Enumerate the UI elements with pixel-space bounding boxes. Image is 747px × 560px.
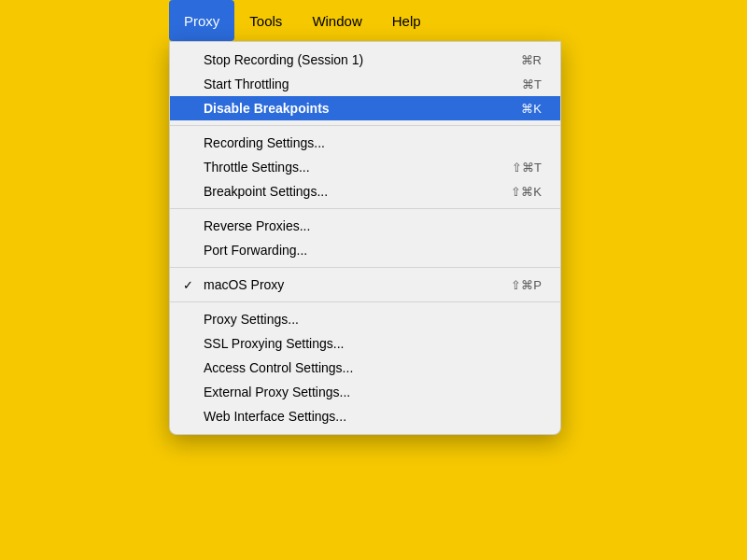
menu-item-label: Disable Breakpoints <box>204 101 330 116</box>
menu-separator-10 <box>170 267 560 268</box>
menu-item-proxy-settings-[interactable]: Proxy Settings... <box>170 307 560 331</box>
menu-item-shortcut: ⇧⌘K <box>511 185 542 199</box>
menu-separator-7 <box>170 208 560 209</box>
menu-item-shortcut: ⌘K <box>521 102 542 116</box>
menu-bar: Proxy Tools Window Help <box>0 0 747 41</box>
menu-item-breakpoint-settings-[interactable]: Breakpoint Settings...⇧⌘K <box>170 179 560 203</box>
menu-item-label: External Proxy Settings... <box>204 385 350 399</box>
menu-item-shortcut: ⇧⌘T <box>512 161 542 175</box>
menu-bar-proxy-label: Proxy <box>184 13 219 29</box>
menu-item-label: Reverse Proxies... <box>204 218 310 233</box>
menu-separator-12 <box>170 301 560 302</box>
proxy-dropdown-menu: Stop Recording (Session 1)⌘RStart Thrott… <box>169 41 561 435</box>
menu-item-reverse-proxies-[interactable]: Reverse Proxies... <box>170 214 560 238</box>
menu-item-recording-settings-[interactable]: Recording Settings... <box>170 131 560 155</box>
menu-item-shortcut: ⇧⌘P <box>511 278 542 292</box>
menu-bar-help-label: Help <box>392 13 421 29</box>
checkmark-icon: ✓ <box>183 278 193 292</box>
menu-bar-window[interactable]: Window <box>297 0 376 41</box>
menu-item-label: Breakpoint Settings... <box>204 184 328 199</box>
menu-item-disable-breakpoints[interactable]: Disable Breakpoints⌘K <box>170 96 560 120</box>
menu-item-access-control-settings-[interactable]: Access Control Settings... <box>170 356 560 380</box>
menu-bar-tools-label: Tools <box>249 13 282 29</box>
menu-bar-help[interactable]: Help <box>377 0 436 41</box>
menu-item-stop-recording-session-1-[interactable]: Stop Recording (Session 1)⌘R <box>170 48 560 72</box>
menu-item-ssl-proxying-settings-[interactable]: SSL Proxying Settings... <box>170 331 560 356</box>
menu-item-start-throttling[interactable]: Start Throttling⌘T <box>170 72 560 96</box>
menu-item-label: Proxy Settings... <box>204 312 299 327</box>
menu-item-label: Start Throttling <box>204 77 289 91</box>
menu-item-port-forwarding-[interactable]: Port Forwarding... <box>170 238 560 262</box>
menu-item-shortcut: ⌘T <box>522 77 542 91</box>
menu-separator-3 <box>170 125 560 126</box>
menu-item-throttle-settings-[interactable]: Throttle Settings...⇧⌘T <box>170 155 560 179</box>
menu-item-label: Throttle Settings... <box>204 160 310 175</box>
menu-bar-proxy[interactable]: Proxy <box>169 0 234 41</box>
menu-item-web-interface-settings-[interactable]: Web Interface Settings... <box>170 404 560 428</box>
menu-item-external-proxy-settings-[interactable]: External Proxy Settings... <box>170 380 560 404</box>
menu-item-label: SSL Proxying Settings... <box>204 336 344 351</box>
menu-item-macos-proxy[interactable]: ✓macOS Proxy⇧⌘P <box>170 273 560 297</box>
menu-item-label: Web Interface Settings... <box>204 409 346 424</box>
menu-item-label: Stop Recording (Session 1) <box>204 52 363 67</box>
menu-item-shortcut: ⌘R <box>521 53 542 67</box>
menu-item-label: Recording Settings... <box>204 135 325 150</box>
menu-bar-window-label: Window <box>312 13 361 29</box>
menu-bar-tools[interactable]: Tools <box>234 0 297 41</box>
menu-item-label: macOS Proxy <box>204 277 284 292</box>
menu-item-label: Port Forwarding... <box>204 243 307 258</box>
menu-item-label: Access Control Settings... <box>204 360 353 375</box>
